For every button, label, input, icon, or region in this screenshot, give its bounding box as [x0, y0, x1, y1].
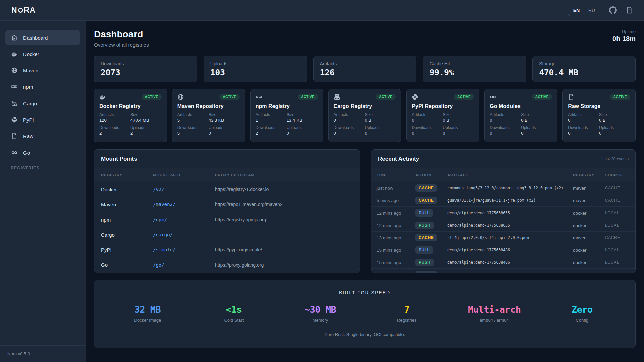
status-badge: ACTIVE: [376, 94, 396, 100]
mount-registry: npm: [101, 217, 153, 223]
sidebar-item-go[interactable]: Go: [5, 145, 80, 160]
event-time: 12 mins ago: [377, 223, 415, 228]
lang-ru-button[interactable]: RU: [588, 8, 595, 13]
sidebar: Dashboard Docker Maven npm Cargo PyPI: [0, 21, 86, 362]
registry-card-title: PyPI Repository: [412, 103, 474, 109]
event-artifact: demo/alpine:demo-1775638655: [447, 210, 573, 215]
speed-label: Docker Image: [122, 318, 173, 323]
registry-card-title: Maven Repository: [177, 103, 240, 109]
event-registry: maven: [573, 198, 605, 203]
docker-whale-icon: [99, 94, 106, 100]
size-value: 43.3 KB: [209, 118, 240, 123]
downloads-label: Downloads: [99, 125, 130, 130]
sidebar-item-dashboard[interactable]: Dashboard: [5, 30, 80, 45]
registry-card-pypi: ACTIVE PyPI Repository Artifacts0 Size0 …: [406, 89, 479, 142]
uploads-label: Uploads: [521, 125, 552, 130]
stats-row: Downloads 2073 Uploads 103 Artifacts 126…: [94, 56, 636, 82]
sidebar-item-pypi[interactable]: PyPI: [5, 112, 80, 127]
file-icon: [568, 94, 575, 100]
activity-row: just now CACHE commons-lang3/3.12.0/comm…: [371, 182, 635, 194]
size-label: Size: [521, 112, 552, 117]
mount-registry: Docker: [101, 187, 153, 192]
mount-path-link[interactable]: /simple/: [153, 247, 215, 252]
artifacts-label: Artifacts: [490, 112, 521, 117]
activity-table-header: TIME ACTION ARTIFACT REGISTRY SOURCE: [371, 168, 635, 182]
mount-path-link[interactable]: /v2/: [153, 187, 215, 192]
mount-path-link[interactable]: /cargo/: [153, 232, 215, 237]
language-toggle[interactable]: EN | RU: [568, 5, 600, 16]
sidebar-item-label: Docker: [23, 51, 39, 57]
event-source: LOCAL: [605, 210, 630, 215]
mount-path-link[interactable]: /go/: [153, 262, 215, 268]
mount-path-link[interactable]: /maven2/: [153, 202, 215, 207]
mount-registry: Go: [101, 262, 153, 268]
size-value: 0 B: [521, 118, 552, 123]
event-registry: docker: [573, 223, 605, 228]
mount-registry: Cargo: [101, 232, 153, 238]
recent-activity-title: Recent Activity: [378, 156, 419, 162]
uploads-label: Uploads: [209, 125, 240, 130]
event-artifact: guava/31.1-jre/guava-31.1-jre.pom (x2): [447, 198, 573, 203]
event-time: just now: [377, 186, 415, 191]
event-registry: maven: [573, 186, 605, 191]
stat-value: 470.4 MB: [539, 68, 629, 77]
boxes-icon: [11, 100, 18, 107]
sidebar-item-cargo[interactable]: Cargo: [5, 96, 80, 111]
stat-label: Cache Hit: [429, 61, 519, 66]
sidebar-item-docker[interactable]: Docker: [5, 46, 80, 62]
size-label: Size: [130, 112, 162, 117]
sidebar-item-label: Cargo: [23, 101, 37, 106]
event-artifact: chalk: [447, 273, 573, 273]
uploads-label: Uploads: [130, 125, 162, 130]
status-badge: ACTIVE: [454, 94, 474, 100]
globe-icon: [177, 94, 184, 100]
mount-upstream: -: [215, 232, 353, 237]
sidebar-item-maven[interactable]: Maven: [5, 63, 80, 78]
sidebar-item-label: Dashboard: [23, 35, 48, 41]
python-icon: [11, 116, 18, 123]
activity-row: 12 mins ago PUSH demo/alpine:demo-177563…: [371, 219, 635, 232]
logo-o-circle-icon: [18, 8, 23, 13]
uptime-label: Uptime: [612, 29, 636, 34]
registry-card-cargo: ACTIVE Cargo Registry Artifacts0 Size0 B…: [328, 89, 401, 142]
registry-card-title: npm Registry: [256, 103, 318, 109]
downloads-value: 2: [256, 131, 287, 136]
speed-stat-multi-arch: Multi-arch amd64 / arm64: [468, 304, 521, 323]
stat-card-cache-hit: Cache Hit 99.9%: [423, 56, 526, 82]
stat-label: Storage: [539, 61, 629, 66]
sidebar-item-raw[interactable]: Raw: [5, 128, 80, 144]
speed-stat-zero-config: Zero Config: [557, 304, 607, 323]
registry-card-raw: ACTIVE Raw Storage Artifacts0 Size0 B Do…: [562, 89, 636, 142]
event-source: LOCAL: [605, 248, 630, 252]
artifacts-value: 1: [256, 118, 287, 123]
go-icon: [490, 94, 496, 100]
stat-label: Downloads: [101, 61, 191, 66]
size-value: 0 B: [599, 118, 630, 123]
stat-label: Uploads: [210, 61, 300, 66]
npm-icon: [11, 83, 18, 90]
downloads-value: 0: [334, 131, 365, 136]
nora-logo: NRA: [11, 6, 36, 15]
github-icon[interactable]: [609, 6, 617, 14]
activity-row: 15 mins ago PUSH demo/alpine:demo-177563…: [371, 256, 635, 269]
col-registry: REGISTRY: [101, 173, 153, 177]
uploads-value: 0: [287, 131, 318, 136]
downloads-label: Downloads: [568, 125, 599, 130]
speed-caption: Pure Rust. Single binary. OCI compatible…: [104, 332, 625, 337]
speed-value: Multi-arch: [468, 304, 521, 315]
stat-value: 99.9%: [429, 68, 519, 77]
mount-points-panel: Mount Points REGISTRY MOUNT PATH PROXY U…: [94, 149, 360, 273]
mount-path-link[interactable]: /npm/: [153, 217, 215, 222]
col-registry: REGISTRY: [573, 173, 605, 177]
docs-icon[interactable]: [626, 7, 633, 14]
mount-row: Go /go/ https://proxy.golang.org: [94, 257, 360, 273]
speed-value: <1s: [209, 304, 259, 315]
mount-table-header: REGISTRY MOUNT PATH PROXY UPSTREAM: [94, 168, 360, 182]
registry-card-title: Go Modules: [490, 103, 552, 109]
artifacts-value: 0: [490, 118, 521, 123]
sidebar-item-npm[interactable]: npm: [5, 79, 80, 95]
lang-en-button[interactable]: EN: [573, 8, 580, 13]
speed-value: 7: [381, 304, 432, 315]
go-icon: [11, 149, 18, 156]
mount-row: Docker /v2/ https://registry-1.docker.io: [94, 182, 360, 197]
